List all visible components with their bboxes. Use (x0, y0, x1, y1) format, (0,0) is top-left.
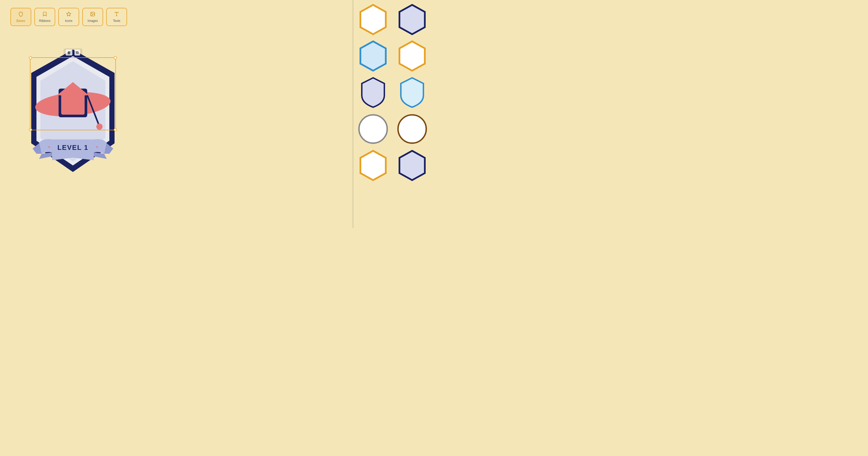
shield-icon (18, 11, 24, 18)
badge-option-hex-navy3[interactable] (395, 148, 429, 182)
svg-marker-17 (399, 41, 425, 71)
svg-point-19 (398, 115, 426, 143)
tab-icons[interactable]: Icons (58, 8, 79, 26)
tab-ribbons[interactable]: Ribbons (34, 8, 55, 26)
badge-option-circle-grey[interactable] (356, 112, 390, 146)
tab-images[interactable]: Images (82, 8, 103, 26)
svg-marker-15 (399, 5, 425, 34)
svg-marker-16 (360, 41, 386, 71)
badge-svg: ✦ ✦ LEVEL 1 (18, 44, 128, 185)
canvas-area: ✦ ✦ LEVEL 1 🗑 ⧉ (10, 31, 135, 198)
sidebar-badges (353, 0, 434, 228)
tab-texts-label: Texts (113, 19, 120, 23)
badge-option-hex-gold2[interactable] (395, 39, 429, 73)
tab-bases[interactable]: Bases (10, 8, 31, 26)
tab-images-label: Images (88, 19, 98, 23)
svg-marker-0 (67, 12, 71, 16)
star-icon (66, 11, 71, 18)
toolbar: Bases Ribbons Icons Ima (10, 8, 342, 26)
svg-marker-20 (360, 151, 386, 180)
badge-container: ✦ ✦ LEVEL 1 🗑 ⧉ (18, 42, 128, 188)
bookmark-icon (42, 11, 48, 18)
badge-option-hex-gold3[interactable] (356, 148, 390, 182)
badge-option-hex-navy[interactable] (395, 3, 429, 36)
svg-marker-14 (360, 5, 386, 34)
tab-ribbons-label: Ribbons (39, 19, 51, 23)
text-icon (114, 11, 119, 18)
badge-option-circle-brown[interactable] (395, 112, 429, 146)
tab-bases-label: Bases (17, 19, 25, 23)
svg-point-2 (92, 13, 92, 13)
svg-point-9 (96, 123, 102, 130)
image-icon (90, 11, 95, 18)
svg-text:✦: ✦ (95, 145, 99, 149)
tab-icons-label: Icons (65, 19, 73, 23)
svg-text:✦: ✦ (48, 145, 51, 149)
svg-point-18 (359, 115, 387, 143)
badge-option-hex-blue[interactable] (356, 39, 390, 73)
badge-option-shield-blue[interactable] (395, 76, 429, 109)
svg-marker-21 (399, 151, 425, 180)
svg-text:LEVEL 1: LEVEL 1 (57, 144, 88, 151)
badge-option-shield-navy[interactable] (356, 76, 390, 109)
tab-texts[interactable]: Texts (106, 8, 127, 26)
main-area: Bases Ribbons Icons Ima (0, 0, 352, 228)
badge-option-hex-gold[interactable] (356, 3, 390, 36)
